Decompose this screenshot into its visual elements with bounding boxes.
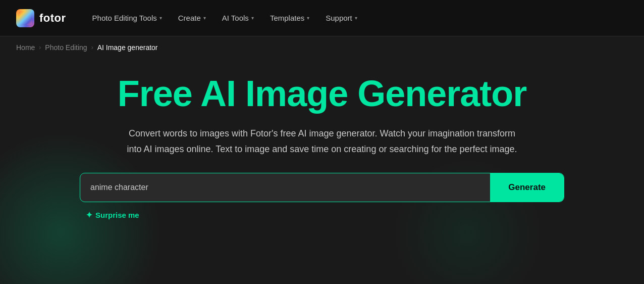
chevron-down-icon: ▾ [355, 15, 357, 21]
search-bar: Generate [80, 173, 564, 202]
nav-item-create[interactable]: Create ▾ [172, 10, 212, 26]
navbar: fotor Photo Editing Tools ▾ Create ▾ AI … [0, 0, 644, 36]
logo-text: fotor [39, 12, 66, 25]
breadcrumb-current: AI Image generator [97, 43, 158, 52]
breadcrumb: Home › Photo Editing › AI Image generato… [0, 36, 644, 59]
hero-title: Free AI Image Generator [118, 74, 527, 114]
chevron-down-icon: ▾ [251, 15, 254, 21]
generate-button[interactable]: Generate [490, 173, 564, 202]
chevron-down-icon: ▾ [203, 15, 206, 21]
breadcrumb-photo-editing[interactable]: Photo Editing [45, 43, 87, 52]
nav-item-ai-tools[interactable]: AI Tools ▾ [216, 10, 260, 26]
search-area: Generate ✦ Surprise me [80, 173, 564, 222]
sparkle-icon: ✦ [86, 210, 92, 220]
breadcrumb-separator-1: › [39, 44, 41, 51]
chevron-down-icon: ▾ [159, 15, 162, 21]
nav-items: Photo Editing Tools ▾ Create ▾ AI Tools … [86, 10, 628, 26]
breadcrumb-home[interactable]: Home [16, 43, 35, 52]
nav-item-support[interactable]: Support ▾ [319, 10, 363, 26]
hero-description: Convert words to images with Fotor's fre… [125, 126, 519, 157]
svg-rect-0 [18, 11, 32, 25]
fotor-logo-icon [16, 9, 34, 27]
nav-item-photo-editing-tools[interactable]: Photo Editing Tools ▾ [86, 10, 168, 26]
search-input[interactable] [80, 174, 490, 201]
logo[interactable]: fotor [16, 9, 66, 27]
surprise-me-button[interactable]: ✦ Surprise me [82, 208, 143, 222]
nav-item-templates[interactable]: Templates ▾ [264, 10, 315, 26]
breadcrumb-separator-2: › [91, 44, 93, 51]
main-content: Free AI Image Generator Convert words to… [0, 59, 644, 222]
chevron-down-icon: ▾ [307, 15, 309, 21]
